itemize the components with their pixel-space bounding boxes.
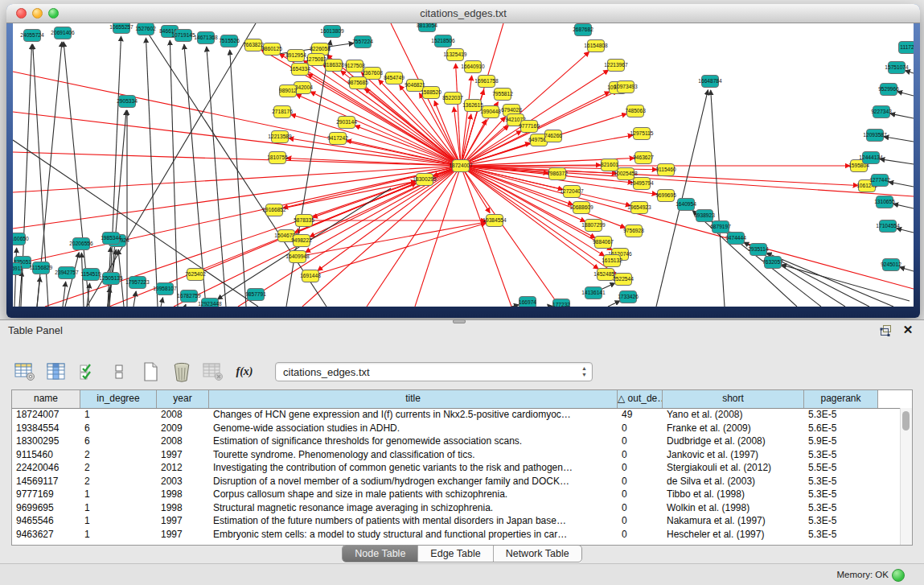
graph-node[interactable]: 2903144 [336, 117, 357, 129]
graph-node[interactable]: 12213589 [268, 131, 292, 143]
graph-node[interactable]: 989012 [279, 85, 297, 97]
graph-node[interactable]: 17104554 [876, 220, 900, 233]
graph-node[interactable]: 746266 [544, 130, 562, 142]
graph-node[interactable]: 12923448 [198, 299, 222, 307]
graph-node[interactable]: 19384554 [483, 215, 507, 227]
graph-node[interactable]: 7955812 [492, 89, 513, 101]
graph-node[interactable]: 821601 [601, 159, 618, 171]
graph-node[interactable]: 9884067 [593, 237, 614, 249]
graph-node[interactable]: 7515526 [219, 35, 240, 47]
table-row[interactable]: 969969511998Structural magnetic resonanc… [12, 501, 901, 515]
graph-node[interactable]: 9463627 [633, 152, 654, 164]
graph-node[interactable]: 1154519 [80, 269, 101, 281]
graph-node[interactable]: 18300295 [413, 174, 437, 186]
graph-node[interactable]: 23160650 [13, 233, 29, 245]
graph-node[interactable]: 16961758 [474, 76, 499, 88]
graph-node[interactable]: 9474444 [725, 233, 746, 245]
graph-node[interactable]: 10719145 [171, 30, 195, 42]
table-row[interactable]: 946362711997Embryonic stem cells: a mode… [12, 528, 901, 542]
graph-node[interactable]: 5878335 [294, 215, 314, 227]
table-row[interactable]: 977716911998Corpus callosum shape and si… [12, 488, 901, 501]
graph-node[interactable]: 16648784 [698, 76, 722, 88]
select-column-button[interactable] [44, 360, 68, 383]
column-header-title[interactable]: title [209, 390, 618, 408]
graph-node[interactable]: 1615132 [602, 255, 622, 267]
graph-node[interactable]: 15751074 [885, 62, 909, 74]
graph-node[interactable]: 9699695 [655, 190, 676, 202]
graph-node[interactable]: 11325419 [444, 49, 467, 61]
scrollbar-thumb[interactable] [902, 411, 910, 431]
graph-node[interactable]: 1733426 [618, 291, 639, 303]
graph-node[interactable]: 16154808 [584, 40, 608, 52]
float-panel-icon[interactable] [879, 323, 892, 336]
column-header-name[interactable]: name [12, 390, 80, 408]
graph-node[interactable]: 177232 [552, 299, 570, 307]
graph-node[interactable]: 10655257 [109, 23, 133, 34]
graph-node[interactable]: 1810755 [267, 152, 288, 164]
graph-node[interactable]: 9417242 [327, 133, 348, 145]
graph-node[interactable]: 2687682 [573, 24, 593, 36]
graph-node[interactable]: 8522037 [442, 93, 463, 105]
unselect-rows-button[interactable] [107, 360, 131, 383]
graph-node[interactable]: 9227343 [871, 106, 892, 118]
graph-node[interactable]: 166974 [519, 297, 536, 307]
graph-node[interactable]: 19495794 [630, 178, 654, 190]
graph-node[interactable]: 1691448 [300, 270, 321, 282]
graph-node[interactable]: 12444134 [859, 152, 883, 164]
graph-node[interactable]: 7986372 [547, 168, 568, 180]
graph-node[interactable]: 11156829 [30, 262, 53, 274]
graph-node[interactable]: 19166852 [262, 204, 286, 216]
function-builder-button[interactable]: f(x) [232, 360, 257, 383]
graph-node[interactable]: 15218506 [431, 35, 455, 47]
graph-node[interactable]: 19654923 [627, 202, 651, 214]
graph-node[interactable]: 1990448 [480, 106, 501, 118]
graph-node[interactable]: 23942757 [55, 267, 79, 279]
graph-node[interactable]: 12093587 [863, 130, 887, 142]
delete-trash-button[interactable] [170, 360, 194, 383]
column-header-short[interactable]: short [663, 390, 804, 408]
graph-node[interactable]: 10688609 [569, 202, 593, 214]
table-row[interactable]: 946554611997Estimation of the future num… [12, 514, 901, 528]
graph-node[interactable]: 9860125 [261, 43, 282, 56]
graph-node[interactable]: 9498222 [291, 235, 312, 247]
close-panel-icon[interactable]: ✕ [901, 323, 914, 336]
graph-node[interactable]: 9756928 [623, 225, 644, 237]
graph-node[interactable]: 12975115 [630, 128, 654, 140]
table-row[interactable]: 911546021997Tourette syndrome. Phenomeno… [12, 448, 901, 462]
splitter-grip[interactable] [453, 319, 466, 323]
graph-node[interactable]: 1310655 [874, 196, 895, 208]
graph-node[interactable]: 18724007 [449, 160, 473, 172]
graph-node[interactable]: 11172 [899, 42, 914, 54]
graph-node[interactable]: 8912954 [285, 50, 306, 62]
graph-node[interactable]: 1527602 [135, 23, 156, 35]
graph-node[interactable]: 12213967 [604, 60, 628, 72]
select-rows-checkbox-button[interactable] [76, 360, 100, 383]
graph-node[interactable]: 20206556 [69, 238, 93, 250]
network-view[interactable]: 1872400782260581275083818632891275082367… [13, 23, 914, 307]
graph-node[interactable]: 12720407 [560, 186, 584, 198]
graph-node[interactable]: 10973493 [614, 81, 638, 93]
graph-node[interactable]: 2522544 [613, 274, 634, 286]
tab-edge-table[interactable]: Edge Table [417, 546, 492, 562]
graph-node[interactable]: 1640954 [676, 199, 696, 211]
graph-node[interactable]: 20691406 [51, 27, 75, 39]
graph-node[interactable]: 14136141 [581, 287, 606, 299]
graph-node[interactable]: 2905334 [117, 96, 138, 108]
graph-node[interactable]: 18807299 [581, 220, 606, 232]
graph-node[interactable]: 9529966 [878, 84, 899, 96]
table-scrollbar[interactable] [900, 408, 912, 545]
window-titlebar[interactable]: citations_edges.txt [6, 4, 920, 23]
graph-node[interactable]: 9245012 [881, 259, 901, 271]
graph-node[interactable]: 8938923 [694, 210, 715, 222]
graph-node[interactable]: 9875685 [347, 77, 368, 89]
table-selector-dropdown[interactable]: citations_edges.txt ▲▼ [275, 362, 593, 381]
table-settings-button[interactable] [13, 360, 37, 383]
tab-node-table[interactable]: Node Table [343, 546, 417, 562]
graph-node[interactable]: 1277442 [869, 175, 890, 187]
graph-node[interactable]: 2718176 [272, 106, 293, 118]
graph-node[interactable]: 7557224 [352, 36, 373, 48]
graph-node[interactable]: 2935114 [748, 244, 769, 256]
graph-node[interactable]: 9777169 [519, 121, 540, 133]
table-row[interactable]: 1872400712008Changes of HCN gene express… [12, 408, 901, 422]
column-header-in_degree[interactable]: in_degree [80, 390, 157, 408]
